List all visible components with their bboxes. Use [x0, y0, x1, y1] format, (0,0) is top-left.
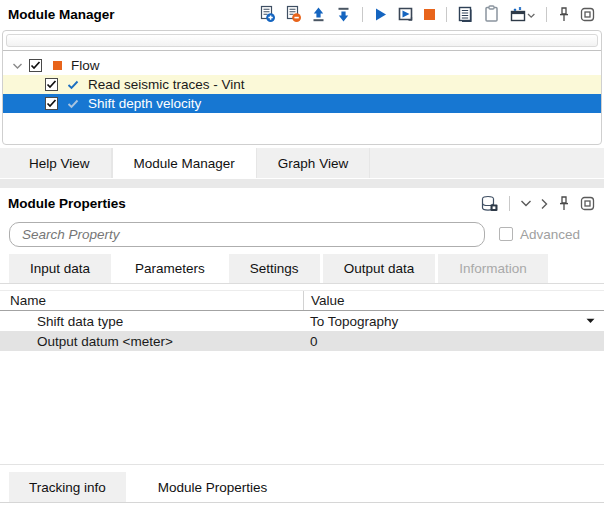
property-tabs: Input data Parameters Settings Output da…: [0, 254, 604, 284]
tab-graph-view[interactable]: Graph View: [257, 148, 370, 178]
copy-icon[interactable]: [457, 5, 475, 23]
tree-filter-bar[interactable]: [6, 34, 598, 47]
table-row-output-datum[interactable]: Output datum <meter> 0: [0, 331, 604, 351]
advanced-toggle[interactable]: Advanced: [499, 227, 595, 242]
tab-settings[interactable]: Settings: [229, 254, 320, 283]
chevron-down-icon[interactable]: [520, 199, 532, 208]
param-name: Output datum <meter>: [0, 334, 303, 349]
search-input[interactable]: [9, 222, 485, 247]
panel-divider: [0, 464, 604, 465]
module-properties-title: Module Properties: [8, 196, 126, 211]
move-down-icon[interactable]: [335, 6, 352, 23]
remove-module-icon[interactable]: [284, 5, 302, 23]
toolbar-separator: [446, 7, 447, 22]
stop-icon[interactable]: [423, 8, 436, 21]
database-lock-icon[interactable]: [480, 195, 499, 213]
property-search-row: Advanced: [0, 219, 604, 249]
module-properties-toolbar: [480, 195, 596, 213]
float-icon[interactable]: [579, 195, 596, 212]
bottom-border: [0, 502, 604, 503]
tab-information: Information: [438, 254, 548, 283]
table-empty-area: [0, 351, 604, 464]
chevron-down-icon[interactable]: [12, 62, 24, 70]
column-header-name[interactable]: Name: [0, 291, 303, 310]
tab-parameters[interactable]: Parameters: [114, 254, 226, 283]
tree-row-read-seismic[interactable]: Read seismic traces - Vint: [3, 75, 601, 94]
pin-icon[interactable]: [557, 195, 571, 212]
advanced-checkbox[interactable]: [499, 227, 513, 241]
column-header-value[interactable]: Value: [303, 291, 604, 310]
add-module-icon[interactable]: [258, 5, 276, 23]
advanced-label: Advanced: [520, 227, 580, 242]
run-icon[interactable]: [373, 7, 388, 22]
status-check-icon: [67, 99, 79, 109]
tab-output-data[interactable]: Output data: [323, 254, 436, 283]
toolbar-separator: [509, 196, 510, 211]
chevron-right-icon[interactable]: [540, 198, 549, 210]
table-header: Name Value: [0, 290, 604, 311]
param-name: Shift data type: [0, 314, 303, 329]
dropdown-arrow-icon[interactable]: [586, 318, 595, 324]
move-up-icon[interactable]: [310, 6, 327, 23]
tree-row-flow[interactable]: Flow: [3, 56, 601, 75]
module-manager-toolbar: [258, 5, 596, 23]
param-value-dropdown[interactable]: To Topography: [303, 314, 604, 329]
param-value-field[interactable]: 0: [303, 334, 604, 349]
tree-row-label: Read seismic traces - Vint: [88, 77, 245, 92]
bottom-tabs: Tracking info Module Properties: [0, 472, 604, 502]
module-manager-title: Module Manager: [8, 7, 115, 22]
tree-row-label: Flow: [71, 58, 100, 73]
module-manager-header: Module Manager: [0, 0, 604, 28]
window-menu-icon[interactable]: [508, 5, 536, 23]
tab-help-view[interactable]: Help View: [8, 148, 112, 178]
toolbar-separator: [362, 7, 363, 22]
flow-tree: Flow Read seismic traces - Vint Shift de…: [3, 51, 601, 113]
toolbar-separator: [546, 7, 547, 22]
flow-square-icon: [53, 61, 62, 70]
panel-splitter[interactable]: [0, 179, 604, 188]
module-checkbox[interactable]: [45, 97, 58, 110]
status-check-icon: [67, 80, 79, 90]
flow-checkbox[interactable]: [29, 59, 42, 72]
pin-icon[interactable]: [557, 6, 571, 23]
tree-row-shift-depth[interactable]: Shift depth velocity: [3, 94, 601, 113]
run-flow-icon[interactable]: [396, 5, 415, 23]
tab-input-data[interactable]: Input data: [9, 254, 111, 283]
param-value-text: 0: [310, 334, 318, 349]
float-icon[interactable]: [579, 6, 596, 23]
tree-row-label: Shift depth velocity: [88, 96, 201, 111]
view-tabs: Help View Module Manager Graph View: [0, 148, 604, 178]
parameters-table: Name Value Shift data type To Topography…: [0, 290, 604, 464]
param-value-text: To Topography: [310, 314, 398, 329]
tab-module-manager[interactable]: Module Manager: [112, 148, 257, 178]
flow-tree-panel: Flow Read seismic traces - Vint Shift de…: [2, 30, 602, 145]
tab-tracking-info[interactable]: Tracking info: [9, 472, 126, 502]
table-row-shift-data-type[interactable]: Shift data type To Topography: [0, 311, 604, 331]
module-checkbox[interactable]: [45, 78, 58, 91]
module-properties-header: Module Properties: [0, 188, 604, 219]
tab-module-properties[interactable]: Module Properties: [138, 472, 288, 502]
paste-icon[interactable]: [483, 5, 500, 23]
